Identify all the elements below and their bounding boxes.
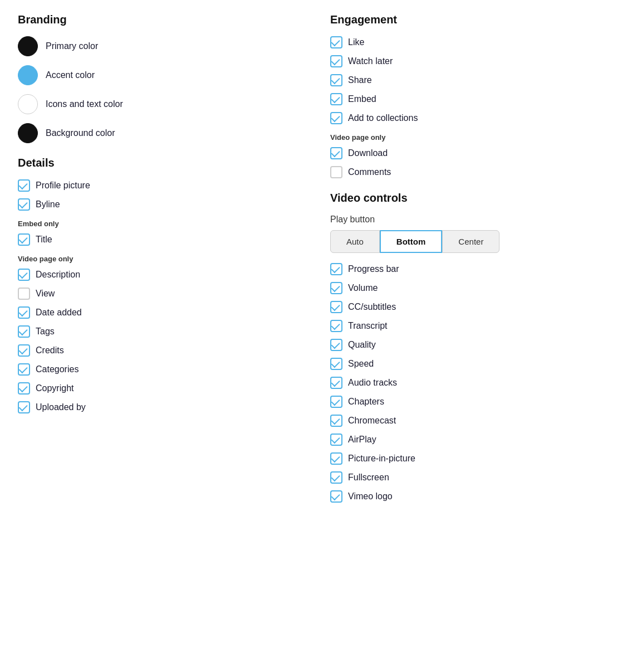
checkbox-like[interactable]	[330, 36, 342, 48]
check-row-profile-picture: Profile picture	[18, 179, 297, 192]
color-row-accent: Accent color	[18, 65, 297, 85]
label-like: Like	[348, 37, 364, 47]
play-button-center[interactable]: Center	[442, 230, 499, 253]
checkbox-picture-in-picture[interactable]	[330, 452, 342, 465]
checkbox-title[interactable]	[18, 233, 30, 246]
checkbox-volume[interactable]	[330, 282, 342, 294]
checkbox-quality[interactable]	[330, 339, 342, 351]
label-add-to-collections: Add to collections	[348, 113, 418, 123]
label-chapters: Chapters	[348, 397, 384, 407]
check-row-description: Description	[18, 269, 297, 281]
primary-color-circle[interactable]	[18, 36, 38, 56]
label-profile-picture: Profile picture	[36, 181, 90, 191]
engagement-title: Engagement	[330, 13, 609, 26]
check-row-chapters: Chapters	[330, 396, 609, 408]
check-row-picture-in-picture: Picture-in-picture	[330, 452, 609, 465]
checkbox-fullscreen[interactable]	[330, 471, 342, 484]
check-row-cc-subtitles: CC/subtitles	[330, 301, 609, 313]
accent-color-label: Accent color	[46, 70, 95, 80]
label-vimeo-logo: Vimeo logo	[348, 491, 393, 501]
check-row-quality: Quality	[330, 339, 609, 351]
checkbox-tags[interactable]	[18, 325, 30, 338]
checkbox-chapters[interactable]	[330, 396, 342, 408]
label-date-added: Date added	[36, 308, 82, 318]
engagement-section: Engagement Like Watch later Share Embed …	[330, 13, 609, 178]
branding-title: Branding	[18, 13, 297, 26]
background-color-circle[interactable]	[18, 123, 38, 143]
checkbox-view[interactable]	[18, 288, 30, 300]
label-description: Description	[36, 270, 80, 280]
label-airplay: AirPlay	[348, 435, 376, 445]
icons-text-color-circle[interactable]	[18, 94, 38, 114]
checkbox-watch-later[interactable]	[330, 55, 342, 67]
check-row-watch-later: Watch later	[330, 55, 609, 67]
label-embed: Embed	[348, 94, 376, 104]
check-row-fullscreen: Fullscreen	[330, 471, 609, 484]
video-controls-section: Video controls Play button Auto Bottom C…	[330, 192, 609, 503]
label-picture-in-picture: Picture-in-picture	[348, 454, 415, 464]
checkbox-description[interactable]	[18, 269, 30, 281]
video-controls-title: Video controls	[330, 192, 609, 204]
check-row-transcript: Transcript	[330, 320, 609, 332]
check-row-download: Download	[330, 147, 609, 159]
check-row-chromecast: Chromecast	[330, 415, 609, 427]
label-categories: Categories	[36, 364, 79, 374]
checkbox-profile-picture[interactable]	[18, 179, 30, 192]
check-row-copyright: Copyright	[18, 382, 297, 395]
checkbox-date-added[interactable]	[18, 306, 30, 319]
label-comments: Comments	[348, 167, 391, 177]
checkbox-audio-tracks[interactable]	[330, 377, 342, 389]
label-download: Download	[348, 148, 388, 158]
label-transcript: Transcript	[348, 321, 388, 331]
checkbox-chromecast[interactable]	[330, 415, 342, 427]
label-title: Title	[36, 235, 52, 245]
icons-text-color-label: Icons and text color	[46, 99, 123, 109]
checkbox-airplay[interactable]	[330, 434, 342, 446]
checkbox-cc-subtitles[interactable]	[330, 301, 342, 313]
play-button-bottom[interactable]: Bottom	[380, 230, 443, 253]
play-button-label: Play button	[330, 215, 609, 225]
check-row-speed: Speed	[330, 358, 609, 370]
checkbox-share[interactable]	[330, 74, 342, 86]
video-page-only-label-engagement: Video page only	[330, 133, 609, 142]
left-column: Branding Primary color Accent color Icon…	[18, 13, 297, 509]
check-row-progress-bar: Progress bar	[330, 263, 609, 275]
video-page-only-label-details: Video page only	[18, 255, 297, 263]
label-cc-subtitles: CC/subtitles	[348, 302, 396, 312]
checkbox-byline[interactable]	[18, 198, 30, 211]
checkbox-copyright[interactable]	[18, 382, 30, 395]
check-row-uploaded-by: Uploaded by	[18, 401, 297, 413]
play-button-group: Auto Bottom Center	[330, 230, 609, 253]
checkbox-uploaded-by[interactable]	[18, 401, 30, 413]
checkbox-categories[interactable]	[18, 363, 30, 376]
label-uploaded-by: Uploaded by	[36, 402, 86, 412]
check-row-volume: Volume	[330, 282, 609, 294]
color-row-icons-text: Icons and text color	[18, 94, 297, 114]
checkbox-transcript[interactable]	[330, 320, 342, 332]
play-button-auto[interactable]: Auto	[330, 230, 380, 253]
check-row-tags: Tags	[18, 325, 297, 338]
checkbox-embed[interactable]	[330, 93, 342, 105]
check-row-vimeo-logo: Vimeo logo	[330, 490, 609, 503]
check-row-comments: Comments	[330, 166, 609, 178]
label-share: Share	[348, 75, 372, 85]
checkbox-progress-bar[interactable]	[330, 263, 342, 275]
checkbox-comments[interactable]	[330, 166, 342, 178]
label-fullscreen: Fullscreen	[348, 473, 389, 483]
label-progress-bar: Progress bar	[348, 264, 399, 274]
main-layout: Branding Primary color Accent color Icon…	[18, 13, 609, 509]
checkbox-vimeo-logo[interactable]	[330, 490, 342, 503]
check-row-categories: Categories	[18, 363, 297, 376]
label-volume: Volume	[348, 283, 378, 293]
checkbox-add-to-collections[interactable]	[330, 112, 342, 124]
label-watch-later: Watch later	[348, 56, 393, 66]
check-row-title: Title	[18, 233, 297, 246]
check-row-byline: Byline	[18, 198, 297, 211]
check-row-share: Share	[330, 74, 609, 86]
checkbox-download[interactable]	[330, 147, 342, 159]
check-row-date-added: Date added	[18, 306, 297, 319]
checkbox-speed[interactable]	[330, 358, 342, 370]
label-byline: Byline	[36, 199, 60, 210]
checkbox-credits[interactable]	[18, 344, 30, 357]
accent-color-circle[interactable]	[18, 65, 38, 85]
